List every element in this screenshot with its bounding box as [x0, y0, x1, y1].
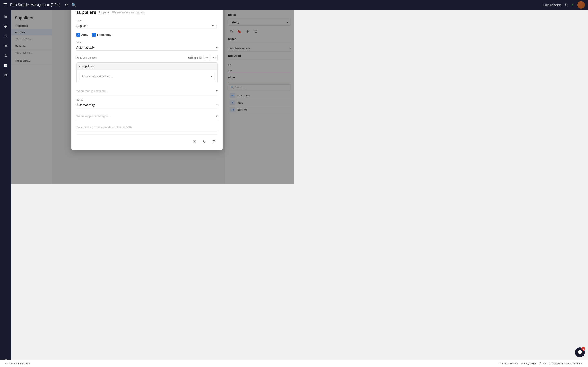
- close-icon: ✕: [193, 139, 196, 144]
- saved-section: Saved Automatically ▾: [76, 98, 218, 108]
- array-checkbox-item[interactable]: ✓ Array: [76, 33, 88, 37]
- edit-config-btn[interactable]: ✏: [204, 55, 210, 61]
- sidebar: ⊞ ◈ ⎋ ▣ Σ 📄 ⧉ ⚙: [0, 10, 11, 184]
- refresh-btn[interactable]: ↻: [200, 138, 208, 145]
- modal-description-placeholder[interactable]: Please enter a description: [112, 11, 145, 14]
- type-select-row: Supplier ▾ ↗: [76, 23, 218, 29]
- search-icon[interactable]: 🔍: [71, 3, 76, 7]
- tree-body: Add a configuration item... ▾: [77, 70, 217, 83]
- form-array-checkbox-item[interactable]: ✓ Form Array: [92, 33, 111, 37]
- sidebar-item-terminal[interactable]: ▣: [2, 42, 10, 50]
- read-config-header: Read configuration Collapse All ✏ <>: [76, 55, 218, 61]
- sidebar-item-dashboard[interactable]: ◈: [2, 22, 10, 30]
- modal-footer: ✕ ↻ 🗑: [76, 134, 218, 145]
- collapse-all-btn[interactable]: Collapse All: [188, 56, 202, 59]
- checkbox-row: ✓ Array ✓ Form Array: [76, 33, 218, 37]
- when-changes-dropdown[interactable]: When suppliers changes... ▾: [76, 112, 218, 120]
- save-delay-placeholder: Save Delay (in milliseconds - default is…: [76, 125, 132, 129]
- form-array-checkmark: ✓: [93, 33, 95, 36]
- type-external-link-icon[interactable]: ↗: [215, 24, 218, 27]
- modal-overlay: suppliers Property Please enter a descri…: [0, 0, 294, 184]
- saved-label: Saved: [76, 98, 218, 101]
- sidebar-item-home[interactable]: ⊞: [2, 12, 10, 20]
- read-config-actions: Collapse All ✏ <>: [188, 55, 218, 61]
- add-config-item-row[interactable]: Add a configuration item... ▾: [79, 73, 215, 80]
- save-delay-field[interactable]: Save Delay (in milliseconds - default is…: [76, 124, 218, 131]
- when-changes-arrow-icon: ▾: [216, 114, 218, 118]
- read-label: Read: [76, 41, 218, 44]
- refresh-icon: ↻: [203, 139, 206, 144]
- suppliers-tree: ▾ suppliers Add a configuration item... …: [76, 62, 218, 83]
- sidebar-item-file[interactable]: 📄: [2, 61, 10, 69]
- app-title: Dmk Supplier Management (0.0.1): [10, 3, 60, 7]
- read-config-label: Read configuration: [76, 56, 97, 59]
- form-array-label: Form Array: [97, 33, 111, 36]
- delete-icon: 🗑: [212, 140, 216, 144]
- read-value: Automatically: [76, 46, 215, 49]
- tree-chevron-icon[interactable]: ▾: [79, 65, 80, 68]
- code-icon: <>: [213, 56, 216, 59]
- read-section: Read Automatically ▾: [76, 41, 218, 50]
- saved-dropdown-icon[interactable]: ▾: [216, 103, 218, 107]
- modal: suppliers Property Please enter a descri…: [71, 5, 223, 150]
- modal-title: suppliers: [76, 10, 96, 15]
- menu-icon[interactable]: ☰: [3, 2, 7, 7]
- when-changes-placeholder: When suppliers changes...: [76, 115, 110, 118]
- when-read-dropdown[interactable]: When read is complete... ▾: [76, 87, 218, 95]
- topbar: ☰ Dmk Supplier Management (0.0.1) ⟳ 🔍 Bu…: [0, 0, 294, 10]
- delete-btn[interactable]: 🗑: [210, 138, 218, 145]
- code-config-btn[interactable]: <>: [212, 55, 218, 61]
- tree-header: ▾ suppliers: [77, 63, 217, 70]
- read-select-row[interactable]: Automatically ▾: [76, 44, 218, 50]
- when-read-arrow-icon: ▾: [216, 89, 218, 93]
- when-read-placeholder: When read is complete...: [76, 89, 108, 92]
- sidebar-item-sigma[interactable]: Σ: [2, 51, 10, 59]
- array-checkbox[interactable]: ✓: [76, 33, 80, 37]
- saved-select-row[interactable]: Automatically ▾: [76, 102, 218, 108]
- read-dropdown-icon[interactable]: ▾: [216, 46, 218, 49]
- add-config-text: Add a configuration item...: [82, 75, 211, 78]
- topbar-icons: ⟳ 🔍: [65, 3, 76, 7]
- modal-header: suppliers Property Please enter a descri…: [76, 10, 218, 15]
- array-label: Array: [81, 33, 88, 36]
- type-label: Type: [76, 19, 218, 22]
- add-config-arrow-icon: ▾: [211, 75, 212, 78]
- sidebar-item-share[interactable]: ⎋: [2, 32, 10, 40]
- saved-value: Automatically: [76, 103, 215, 107]
- type-dropdown-icon[interactable]: ▾: [212, 24, 214, 27]
- sidebar-item-puzzle[interactable]: ⧉: [2, 71, 10, 79]
- tree-label: suppliers: [82, 65, 94, 68]
- modal-property-label: Property: [99, 11, 110, 14]
- type-value: Supplier: [76, 24, 210, 27]
- form-array-checkbox[interactable]: ✓: [92, 33, 96, 37]
- type-section: Type Supplier ▾ ↗: [76, 19, 218, 29]
- close-btn[interactable]: ✕: [191, 138, 198, 145]
- array-checkmark: ✓: [77, 33, 79, 36]
- history-icon[interactable]: ⟳: [65, 3, 68, 7]
